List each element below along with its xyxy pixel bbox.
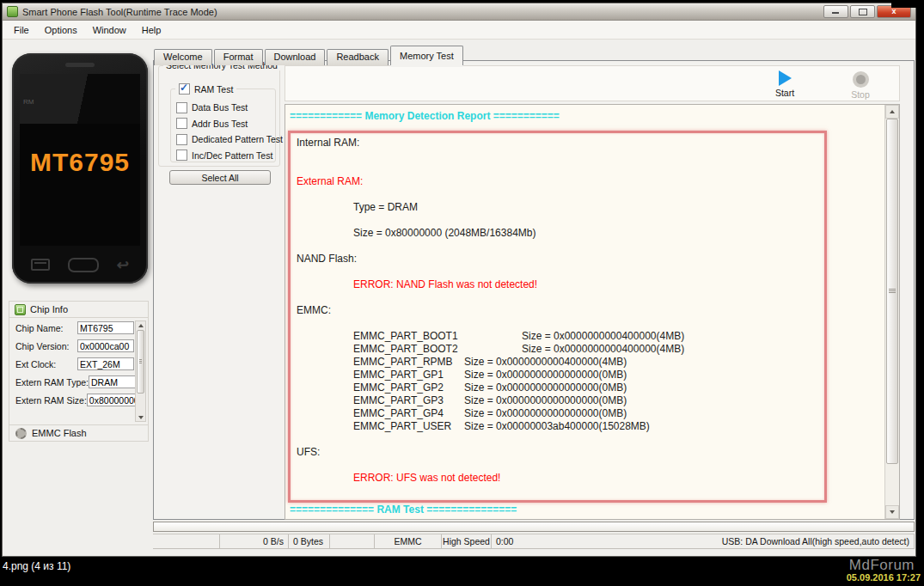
checkbox-ram-test[interactable]: RAM Test bbox=[175, 83, 236, 95]
report-line bbox=[297, 433, 824, 446]
checkbox-option[interactable]: Data Bus Test bbox=[176, 100, 283, 116]
phone-speaker bbox=[65, 63, 95, 67]
partition-size: Size = 0x0000000000400000(4MB) bbox=[522, 343, 684, 355]
checkbox-option[interactable]: Addr Bus Test bbox=[176, 116, 283, 132]
report-line: EMMC_PART_GP1Size = 0x0000000000000000(0… bbox=[297, 369, 824, 382]
report-line: Internal RAM: bbox=[297, 137, 824, 150]
report-line: EMMC_PART_USERSize = 0x00000003ab400000(… bbox=[297, 420, 824, 433]
console-scrollbar[interactable] bbox=[884, 105, 899, 519]
report-line bbox=[297, 150, 824, 162]
report-line bbox=[297, 162, 824, 175]
start-button[interactable]: Start bbox=[759, 70, 811, 98]
partition-name: EMMC_PART_USER bbox=[353, 420, 464, 433]
partition-size: Size = 0x0000000000000000(0MB) bbox=[464, 394, 627, 406]
chip-field-input[interactable] bbox=[77, 339, 134, 352]
partition-size: Size = 0x00000003ab400000(15028MB) bbox=[464, 420, 650, 432]
report-line bbox=[297, 214, 824, 227]
scroll-down-icon[interactable] bbox=[885, 505, 899, 519]
checkbox-label: Data Bus Test bbox=[192, 102, 248, 113]
ram-test-header: ============== RAM Test =============== bbox=[290, 504, 517, 516]
chipset-label: MT6795 bbox=[20, 148, 140, 177]
chip-field-input[interactable] bbox=[77, 321, 134, 334]
chip-field-label: Extern RAM Type: bbox=[15, 377, 89, 388]
checkbox-option[interactable]: Dedicated Pattern Test bbox=[176, 131, 283, 148]
tab[interactable]: Format bbox=[214, 49, 263, 65]
partition-name: EMMC_PART_GP4 bbox=[353, 407, 464, 420]
scroll-up-icon[interactable] bbox=[885, 105, 899, 119]
chip-field-input[interactable] bbox=[77, 357, 134, 370]
stop-button[interactable]: Stop bbox=[835, 70, 886, 100]
tab[interactable]: Welcome bbox=[154, 49, 212, 65]
chip-fields: Chip Name: Chip Version: Ext Clock: Exte… bbox=[9, 319, 136, 424]
report-line: External RAM: bbox=[297, 175, 824, 188]
status-cell: High Speed bbox=[442, 534, 492, 549]
chip-field-label: Ext Clock: bbox=[15, 359, 77, 369]
chip-info-panel: Chip Info Chip Name: Chip Version: Ext C… bbox=[9, 301, 149, 442]
partition-size: Size = 0x0000000000000000(0MB) bbox=[464, 407, 627, 419]
checkbox-icon[interactable] bbox=[176, 102, 187, 113]
chip-info-scrollbar[interactable] bbox=[135, 320, 146, 422]
minimize-button[interactable] bbox=[823, 5, 848, 18]
partition-name: EMMC_PART_BOOT2 bbox=[353, 343, 522, 356]
chip-field-row: Ext Clock: bbox=[9, 355, 136, 373]
report-line bbox=[297, 240, 824, 253]
chip-field-label: Chip Name: bbox=[15, 323, 77, 333]
partition-size: Size = 0x0000000000000000(0MB) bbox=[464, 382, 627, 394]
tab[interactable]: Download bbox=[265, 49, 326, 65]
chip-field-row: Extern RAM Size: bbox=[9, 391, 136, 409]
checkbox-icon[interactable] bbox=[176, 134, 187, 145]
checkbox-option[interactable]: Inc/Dec Pattern Test bbox=[176, 148, 283, 164]
play-icon bbox=[779, 70, 792, 86]
emmc-flash-section[interactable]: EMMC Flash bbox=[9, 424, 148, 441]
chip-info-title: Chip Info bbox=[30, 304, 68, 314]
method-groupbox: Select Memory Test Method RAM Test Data … bbox=[158, 65, 280, 167]
checkbox-icon[interactable] bbox=[176, 118, 187, 129]
report-line bbox=[297, 459, 824, 472]
report-line: UFS: bbox=[297, 446, 824, 459]
checkbox-icon[interactable] bbox=[179, 83, 190, 95]
scrollbar-thumb[interactable] bbox=[137, 330, 144, 394]
phone-screen: RM MT6795 bbox=[20, 74, 140, 246]
chip-icon bbox=[15, 304, 26, 315]
scrollbar-thumb[interactable] bbox=[886, 119, 898, 464]
partition-size: Size = 0x0000000000400000(4MB) bbox=[464, 356, 627, 368]
status-cell: 0 Bytes bbox=[289, 534, 330, 549]
checkbox-icon[interactable] bbox=[176, 150, 187, 161]
minimize-icon bbox=[832, 12, 839, 14]
scroll-up-icon[interactable] bbox=[136, 321, 145, 329]
tab[interactable]: Memory Test bbox=[390, 46, 463, 65]
status-cell: USB: DA Download All(high speed,auto det… bbox=[718, 534, 915, 549]
overlay-artifact bbox=[891, 0, 924, 8]
report-line: NAND Flash: bbox=[297, 253, 824, 266]
menu-item[interactable]: Help bbox=[134, 22, 169, 38]
app-icon bbox=[7, 6, 18, 17]
report-line bbox=[297, 188, 824, 201]
phone-menu-icon bbox=[31, 259, 50, 271]
chip-field-row: Chip Name: bbox=[9, 319, 136, 337]
select-all-button[interactable]: Select All bbox=[169, 170, 271, 185]
chip-field-input[interactable] bbox=[89, 375, 136, 388]
maximize-icon bbox=[859, 9, 867, 15]
viewer-filename: 4.png (4 из 11) bbox=[3, 560, 70, 572]
report-line bbox=[297, 317, 824, 330]
scroll-down-icon[interactable] bbox=[136, 413, 145, 421]
menu-item[interactable]: Options bbox=[37, 22, 85, 38]
report-line: EMMC_PART_GP4Size = 0x0000000000000000(0… bbox=[297, 407, 824, 420]
status-bar: 0 B/s0 BytesEMMCHigh Speed0:00USB: DA Do… bbox=[153, 534, 915, 549]
menu-item[interactable]: Window bbox=[85, 22, 134, 38]
partition-name: EMMC_PART_GP1 bbox=[353, 369, 464, 382]
emmc-flash-label: EMMC Flash bbox=[32, 428, 87, 438]
checkbox-label: Addr Bus Test bbox=[192, 119, 248, 129]
report-line: EMMC_PART_BOOT1Size = 0x0000000000400000… bbox=[297, 330, 824, 343]
chip-field-input[interactable] bbox=[87, 394, 136, 406]
partition-name: EMMC_PART_BOOT1 bbox=[353, 330, 522, 343]
report-body: Internal RAM: External RAM: Type = DRAM … bbox=[288, 131, 827, 503]
progress-bar bbox=[153, 522, 915, 532]
menu-item[interactable]: File bbox=[6, 22, 37, 38]
title-bar[interactable]: Smart Phone Flash Tool(Runtime Trace Mod… bbox=[3, 3, 915, 21]
report-line: EMMC: bbox=[297, 304, 824, 317]
stop-label: Stop bbox=[835, 89, 886, 100]
maximize-button[interactable] bbox=[850, 5, 875, 18]
phone-corner-text: RM bbox=[23, 98, 34, 106]
tab[interactable]: Readback bbox=[327, 49, 389, 65]
